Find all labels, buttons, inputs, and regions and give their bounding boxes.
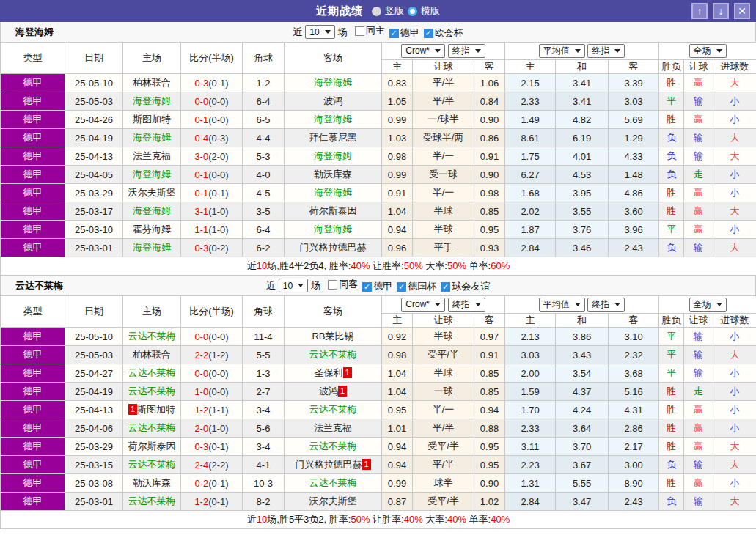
avg-time-select[interactable]: 终指 <box>587 298 625 312</box>
average-select[interactable]: 平均值 <box>539 298 585 312</box>
away-team-cell: 拜仁慕尼黑 <box>285 129 382 147</box>
home-team-cell: 海登海姆 <box>123 166 181 184</box>
away-team-cell: 云达不莱梅 <box>285 474 382 493</box>
score-cell: 0-0(0-0) <box>181 328 243 346</box>
team-name: 斯图加特 <box>137 404 175 415</box>
col-header-score: 比分(半场) <box>181 43 243 74</box>
filter-checkbox-德国杯[interactable]: ✓德国杯 <box>392 280 436 293</box>
checkbox-icon[interactable]: ✓ <box>397 282 406 292</box>
away-team-cell: 波鸿 <box>285 92 382 111</box>
bookmaker-select[interactable]: Crow* <box>401 44 445 58</box>
score-cell: 0-0(0-0) <box>181 92 243 111</box>
team-name: 云达不莱梅 <box>309 349 357 360</box>
league-cell: 德甲 <box>1 328 65 346</box>
handicap-line-cell: 一球 <box>413 383 474 401</box>
away-team-cell: 荷尔斯泰因 <box>285 202 382 221</box>
avg-home-cell: 1.87 <box>505 221 556 239</box>
col-header-corner: 角球 <box>243 296 285 328</box>
close-icon[interactable]: ✕ <box>734 3 750 19</box>
team-name: 门兴格拉德巴赫 <box>296 459 362 470</box>
bookmaker-select[interactable]: Crow* <box>401 298 445 312</box>
vertical-layout-radio[interactable] <box>372 7 381 16</box>
filter-checkbox-同主[interactable]: 同主 <box>351 24 385 37</box>
avg-home-cell: 1.59 <box>505 383 556 401</box>
score-cell: 0-2(0-1) <box>181 474 243 493</box>
team-name: 荷尔斯泰因 <box>128 441 176 452</box>
fulltime-score: 0-4 <box>194 133 208 144</box>
date-cell: 25-03-08 <box>65 474 123 493</box>
filter-checkbox-球会友谊[interactable]: ✓球会友谊 <box>436 280 490 293</box>
away-odds-cell: 0.85 <box>474 364 505 383</box>
league-cell: 德甲 <box>1 474 65 493</box>
avg-home-cell: 2.02 <box>505 202 556 221</box>
sub-header-avg-home: 主 <box>505 60 556 74</box>
handicap-line-cell: 半/一 <box>413 184 474 202</box>
match-count-select[interactable]: 10 <box>279 279 308 292</box>
filter-checkbox-欧会杯[interactable]: ✓欧会杯 <box>419 26 463 40</box>
scope-select[interactable]: 全场 <box>689 298 727 312</box>
goals-result-cell: 大 <box>713 129 756 147</box>
checkbox-icon[interactable] <box>355 26 364 36</box>
team-name-heading: 海登海姆 <box>1 26 54 39</box>
window-buttons: ↑ ↓ ✕ <box>691 3 750 19</box>
checkbox-icon[interactable]: ✓ <box>389 29 399 38</box>
avg-draw-cell: 5.55 <box>556 474 609 493</box>
scope-group-header: 全场 <box>659 43 756 60</box>
league-cell: 德甲 <box>1 401 65 419</box>
avg-away-cell: 2.17 <box>609 438 659 456</box>
corner-cell: 3-5 <box>243 202 285 221</box>
move-up-button[interactable]: ↑ <box>691 3 708 19</box>
corner-cell: 6-4 <box>243 92 285 111</box>
team-section-header-0: 海登海姆 近 10 场 同主✓德甲✓欧会杯 <box>0 22 756 42</box>
result-cell: 负 <box>659 129 684 147</box>
checkbox-icon[interactable] <box>328 280 337 290</box>
team-name: 霍芬海姆 <box>133 224 171 235</box>
fulltime-score: 0-3 <box>194 441 208 452</box>
date-cell: 25-04-06 <box>65 419 123 438</box>
avg-group-header: 平均值 终指 <box>505 296 659 314</box>
checkbox-icon[interactable]: ✓ <box>424 29 433 38</box>
match-row: 德甲25-04-19海登海姆0-4(0-3)4-4拜仁慕尼黑1.03受球半/两0… <box>1 129 756 147</box>
goals-result-cell: 小 <box>713 221 756 239</box>
team-name: 勒沃库森 <box>133 477 171 488</box>
away-odds-cell: 0.98 <box>474 184 505 202</box>
move-down-button[interactable]: ↓ <box>713 3 729 19</box>
summary-segment: 单率: <box>466 514 491 525</box>
avg-draw-cell: 3.64 <box>556 419 609 438</box>
filter-checkbox-同客[interactable]: 同客 <box>323 278 358 291</box>
col-header-home: 主场 <box>123 296 181 328</box>
league-cell: 德甲 <box>1 438 65 456</box>
odds-time-select[interactable]: 终指 <box>448 44 485 58</box>
filter-checkbox-德甲[interactable]: ✓德甲 <box>385 26 419 40</box>
home-odds-cell: 0.94 <box>382 438 413 456</box>
match-row: 德甲25-04-19云达不莱梅1-0(0-0)2-7波鸿11.04一球0.851… <box>1 383 756 401</box>
home-odds-cell: 0.83 <box>382 74 413 92</box>
fulltime-score: 0-3 <box>194 243 208 254</box>
handicap-line-cell: 平/半 <box>413 74 474 92</box>
away-team-cell: 云达不莱梅 <box>285 438 382 456</box>
checkbox-icon[interactable]: ✓ <box>362 282 372 292</box>
home-odds-cell: 1.01 <box>382 419 413 438</box>
average-select[interactable]: 平均值 <box>539 44 585 58</box>
match-row: 德甲25-04-27云达不莱梅0-0(0-0)1-3圣保利11.04半球0.85… <box>1 364 756 383</box>
scope-select[interactable]: 全场 <box>689 44 727 58</box>
league-cell: 德甲 <box>1 202 65 221</box>
avg-away-cell: 2.86 <box>609 419 659 438</box>
goals-result-cell: 小 <box>713 364 756 383</box>
vertical-layout-label[interactable]: 竖版 <box>385 4 404 18</box>
filter-checkbox-德甲[interactable]: ✓德甲 <box>358 280 392 293</box>
handicap-line-cell: 受平/半 <box>413 438 474 456</box>
horizontal-layout-label[interactable]: 横版 <box>421 4 440 18</box>
odds-time-select[interactable]: 终指 <box>448 298 485 312</box>
match-count-select[interactable]: 10 <box>305 25 334 39</box>
odds-group-header: Crow* 终指 <box>382 296 505 314</box>
handicap-result-cell: 输 <box>684 364 713 383</box>
odds-group-header: Crow* 终指 <box>382 43 505 60</box>
horizontal-layout-radio[interactable] <box>408 7 417 16</box>
chevron-down-icon <box>435 303 441 309</box>
handicap-result-cell: 输 <box>684 456 713 474</box>
avg-away-cell: 1.29 <box>609 129 659 147</box>
checkbox-icon[interactable]: ✓ <box>441 282 450 292</box>
avg-time-select[interactable]: 终指 <box>587 44 625 58</box>
handicap-line-cell: 球半 <box>413 474 474 493</box>
